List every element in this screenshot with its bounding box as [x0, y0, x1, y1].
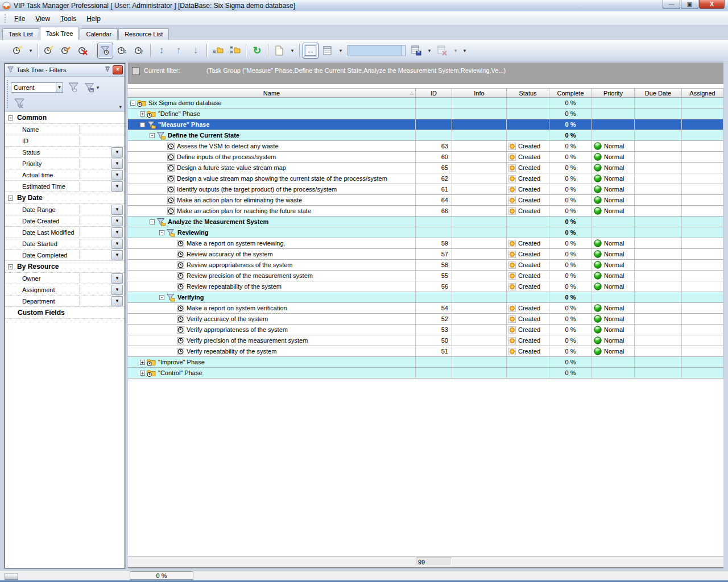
restore-button[interactable]: ▣ — [681, 0, 698, 9]
filter-section-by-resource[interactable]: -By Resource — [5, 261, 125, 273]
toolbar-overflow[interactable]: ▾ — [461, 43, 469, 59]
table-row[interactable]: -Define the Current State0 % — [128, 130, 723, 141]
table-row[interactable]: Make a report on system verification54Cr… — [128, 303, 723, 314]
table-row[interactable]: Review precision of the measurement syst… — [128, 271, 723, 281]
chevron-down-icon[interactable]: ▼ — [111, 170, 123, 180]
delete-layout-dropdown[interactable]: ▾ — [452, 43, 460, 59]
tab-resource-list[interactable]: Resource List — [118, 28, 169, 40]
collapse-icon[interactable]: - — [130, 101, 135, 106]
refresh-button[interactable]: ↻ — [249, 43, 265, 59]
save-layout-dropdown[interactable]: ▾ — [425, 43, 433, 59]
pin-icon[interactable] — [104, 66, 111, 74]
table-row[interactable]: Review repeatability of the system56Crea… — [128, 281, 723, 292]
collapse-icon[interactable]: - — [8, 264, 13, 269]
collapse-icon[interactable]: - — [8, 115, 13, 120]
chevron-down-icon[interactable]: ▼ — [111, 239, 123, 249]
collapse-icon[interactable]: - — [150, 133, 155, 138]
collapse-icon[interactable]: - — [159, 230, 164, 235]
expand-icon[interactable]: + — [140, 360, 145, 365]
close-button[interactable]: X — [699, 0, 725, 9]
add-task-button[interactable] — [41, 43, 57, 59]
chevron-down-icon[interactable]: ▼ — [111, 273, 123, 284]
move-up-button[interactable]: ↑ — [171, 43, 187, 59]
filter-section-by-date[interactable]: -By Date — [5, 192, 125, 204]
tab-task-tree[interactable]: Task Tree — [40, 27, 80, 40]
grid-layout-dropdown[interactable]: ▾ — [337, 43, 345, 59]
table-row[interactable]: Verify accuracy of the system52Created0 … — [128, 314, 723, 325]
chevron-down-icon[interactable]: ▼ — [111, 159, 123, 169]
table-row[interactable]: -Verifying0 % — [128, 292, 723, 303]
expand-icon[interactable]: + — [140, 371, 145, 376]
table-row[interactable]: Assess the VSM to detect any waste63Crea… — [128, 141, 723, 152]
new-task-button[interactable] — [10, 43, 26, 59]
table-row[interactable]: Define inputs of the process/system60Cre… — [128, 152, 723, 163]
move-down-button[interactable]: ↓ — [188, 43, 204, 59]
table-row[interactable]: Verify appropriateness of the system53Cr… — [128, 325, 723, 335]
table-row[interactable]: +"Control" Phase0 % — [128, 368, 723, 379]
menu-item-file[interactable]: File — [9, 13, 30, 24]
table-row[interactable]: -Analyze the Measurement System0 % — [128, 217, 723, 227]
chevron-down-icon[interactable]: ▼ — [56, 83, 63, 92]
table-row[interactable]: Make an action plan for reaching the fut… — [128, 206, 723, 217]
save-layout-button[interactable] — [408, 43, 424, 59]
task-notes-button[interactable] — [114, 43, 130, 59]
delete-task-button[interactable] — [75, 43, 91, 59]
column-header-status[interactable]: Status — [507, 89, 549, 97]
table-row[interactable]: Design a future state value stream map65… — [128, 163, 723, 173]
expand-icon[interactable]: + — [140, 111, 145, 117]
filter-enabled-checkbox[interactable] — [132, 67, 140, 75]
collapse-icon[interactable]: - — [159, 295, 164, 300]
chevron-down-icon[interactable]: ▾ — [119, 104, 122, 110]
table-row[interactable]: Verify repeatability of the system51Crea… — [128, 346, 723, 357]
column-header-id[interactable]: ID — [416, 89, 452, 97]
menu-item-view[interactable]: View — [30, 13, 55, 24]
table-row[interactable]: Design a value stream map showing the cu… — [128, 173, 723, 184]
chevron-down-icon[interactable]: ▼ — [111, 181, 123, 192]
apply-filter-button[interactable] — [65, 80, 82, 95]
fit-columns-button[interactable]: ↔ — [303, 43, 318, 59]
filter-tasks-button[interactable] — [97, 43, 113, 59]
table-row[interactable]: -Six Sigma demo database0 % — [128, 98, 723, 109]
grid-layout-button[interactable] — [320, 43, 336, 59]
save-filter-button[interactable]: ▾ — [84, 80, 101, 95]
table-row[interactable]: Review appropriateness of the system58Cr… — [128, 260, 723, 271]
collapse-all-button[interactable] — [210, 43, 226, 59]
collapse-icon[interactable]: - — [8, 196, 13, 201]
chevron-down-icon[interactable]: ▼ — [111, 216, 123, 226]
export-button[interactable] — [271, 43, 287, 59]
collapse-icon[interactable]: - — [150, 219, 155, 225]
filter-preset-combobox[interactable]: Current ▼ — [11, 82, 63, 93]
move-task-button[interactable]: ↕ — [154, 43, 169, 59]
table-row[interactable]: -"Measure" Phase0 % — [128, 119, 723, 130]
table-row[interactable]: Make a report on system reviewing.59Crea… — [128, 238, 723, 249]
collapse-icon[interactable]: - — [140, 122, 145, 127]
export-dropdown[interactable]: ▾ — [288, 43, 296, 59]
chevron-down-icon[interactable]: ▼ — [111, 227, 123, 238]
new-task-dropdown[interactable]: ▾ — [27, 43, 35, 59]
table-row[interactable]: +"Improve" Phase0 % — [128, 357, 723, 368]
minimize-button[interactable]: — — [663, 0, 680, 9]
chevron-down-icon[interactable]: ▼ — [111, 296, 123, 306]
tab-task-list[interactable]: Task List — [2, 28, 39, 40]
expand-all-button[interactable] — [227, 43, 243, 59]
column-header-due-date[interactable]: Due Date — [635, 89, 682, 97]
chevron-down-icon[interactable]: ▼ — [111, 205, 123, 215]
column-header-info[interactable]: Info — [452, 89, 507, 97]
chevron-down-icon[interactable]: ▼ — [111, 147, 123, 157]
report-combobox[interactable] — [348, 45, 406, 56]
table-row[interactable]: Verify precision of the measurement syst… — [128, 335, 723, 346]
edit-task-button[interactable] — [58, 43, 74, 59]
chevron-down-icon[interactable]: ▼ — [111, 250, 123, 260]
clear-filter-button[interactable] — [11, 96, 28, 111]
column-header-name[interactable]: Name△ — [128, 89, 416, 97]
column-header-complete[interactable]: Complete — [549, 89, 592, 97]
table-row[interactable]: Make an action plan for eliminating the … — [128, 195, 723, 206]
task-history-button[interactable] — [131, 43, 147, 59]
tab-calendar[interactable]: Calendar — [80, 28, 118, 40]
menu-item-tools[interactable]: Tools — [55, 13, 81, 24]
table-row[interactable]: Identify outputs (the target product) of… — [128, 184, 723, 195]
table-row[interactable]: +"Define" Phase0 % — [128, 109, 723, 119]
chevron-down-icon[interactable]: ▼ — [111, 285, 123, 295]
table-row[interactable]: Review accuracy of the system57Created0 … — [128, 249, 723, 260]
close-icon[interactable]: × — [113, 65, 123, 74]
